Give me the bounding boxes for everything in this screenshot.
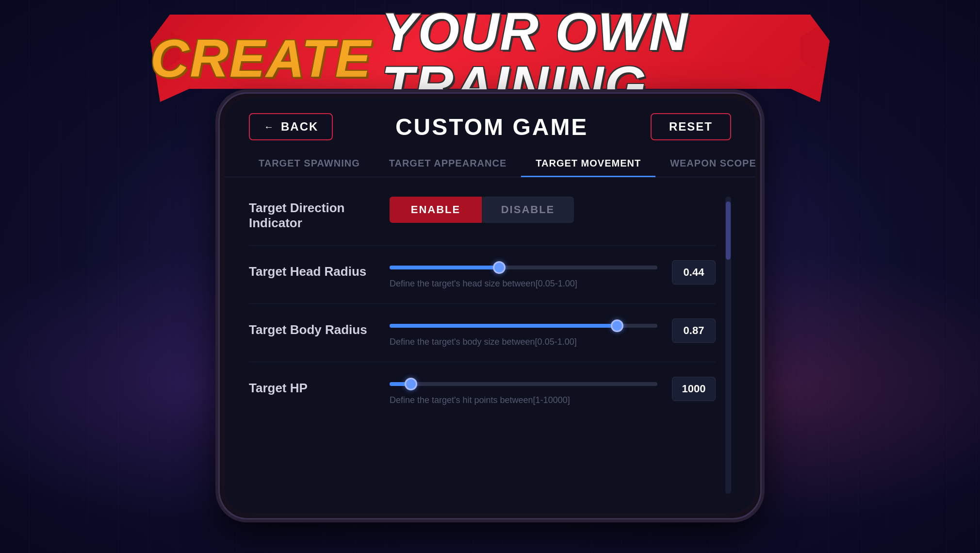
- body-radius-fill: [390, 324, 617, 328]
- head-radius-track: [390, 266, 657, 269]
- hp-label: Target HP: [249, 377, 375, 396]
- back-arrow-icon: ←: [263, 121, 275, 133]
- hp-track: [390, 382, 657, 386]
- scrollbar-thumb[interactable]: [726, 201, 731, 260]
- body-radius-value: 0.87: [672, 318, 716, 343]
- hp-value: 1000: [672, 377, 716, 401]
- content-area: Target Direction Indicator ENABLE DISABL…: [225, 177, 755, 513]
- divider-2: [249, 303, 716, 304]
- tab-target-movement[interactable]: TARGET MOVEMENT: [521, 150, 655, 177]
- hp-slider-control: Define the target's hit points between[1…: [390, 377, 657, 405]
- head-radius-slider-control: Define the target's head size between[0.…: [390, 260, 657, 289]
- head-radius-value: 0.44: [672, 260, 716, 285]
- body-radius-track-container[interactable]: [390, 318, 657, 333]
- setting-row-body-radius: Target Body Radius Define the target's b…: [249, 318, 716, 347]
- divider-1: [249, 245, 716, 246]
- body-radius-label: Target Body Radius: [249, 318, 375, 337]
- head-radius-fill: [390, 266, 499, 269]
- page-title: CUSTOM GAME: [395, 114, 588, 140]
- back-button[interactable]: ← BACK: [249, 113, 333, 140]
- top-banner: CREATE YOUR OWN TRAINING: [150, 15, 830, 102]
- setting-row-hp: Target HP Define the target's hit points…: [249, 377, 716, 405]
- body-radius-hint: Define the target's body size between[0.…: [390, 337, 657, 347]
- screen: ← BACK CUSTOM GAME RESET TARGET SPAWNING…: [225, 99, 755, 513]
- phone-frame: ← BACK CUSTOM GAME RESET TARGET SPAWNING…: [218, 92, 762, 519]
- head-radius-track-container[interactable]: [390, 260, 657, 275]
- back-label: BACK: [281, 120, 318, 134]
- direction-toggle-group: ENABLE DISABLE: [390, 197, 574, 223]
- settings-area: Target Direction Indicator ENABLE DISABL…: [249, 197, 716, 494]
- reset-button[interactable]: RESET: [651, 113, 731, 140]
- tab-target-spawning[interactable]: TARGET SPAWNING: [244, 150, 375, 177]
- body-radius-track: [390, 324, 657, 328]
- head-radius-thumb[interactable]: [493, 261, 506, 274]
- tab-weapon-scope[interactable]: WEAPON SCOPE: [655, 150, 755, 177]
- scrollbar[interactable]: [725, 197, 731, 494]
- direction-indicator-control: ENABLE DISABLE: [390, 197, 716, 223]
- divider-3: [249, 362, 716, 362]
- body-radius-slider-control: Define the target's body size between[0.…: [390, 318, 657, 347]
- hp-hint: Define the target's hit points between[1…: [390, 395, 657, 405]
- disable-button[interactable]: DISABLE: [482, 197, 574, 223]
- direction-indicator-label: Target Direction Indicator: [249, 197, 375, 231]
- body-radius-thumb[interactable]: [611, 319, 623, 332]
- setting-row-head-radius: Target Head Radius Define the target's h…: [249, 260, 716, 289]
- banner-create: CREATE: [150, 32, 372, 85]
- setting-row-direction-indicator: Target Direction Indicator ENABLE DISABL…: [249, 197, 716, 231]
- head-radius-hint: Define the target's head size between[0.…: [390, 279, 657, 289]
- head-radius-label: Target Head Radius: [249, 260, 375, 279]
- header: ← BACK CUSTOM GAME RESET: [225, 99, 755, 150]
- hp-track-container[interactable]: [390, 377, 657, 391]
- tabs-bar: TARGET SPAWNING TARGET APPEARANCE TARGET…: [225, 150, 755, 177]
- tab-target-appearance[interactable]: TARGET APPEARANCE: [375, 150, 522, 177]
- enable-button[interactable]: ENABLE: [390, 197, 482, 223]
- hp-thumb[interactable]: [405, 378, 417, 390]
